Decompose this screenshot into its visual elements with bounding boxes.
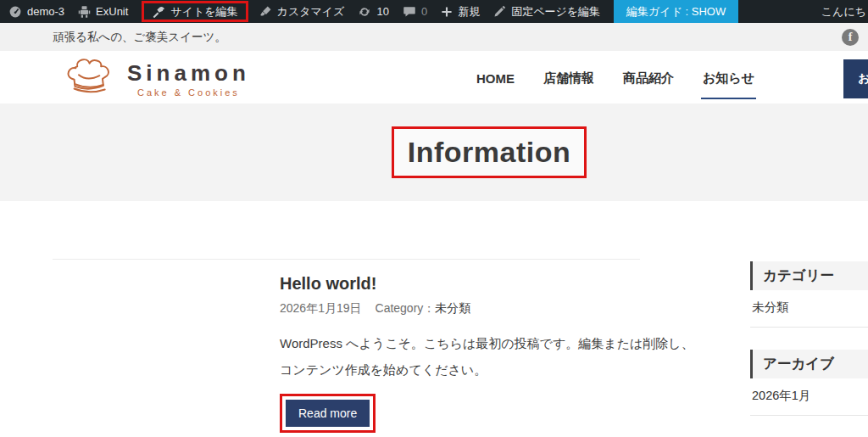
sidebar: カテゴリー 未分類 アーカイブ 2026年1月 xyxy=(750,261,868,437)
post-category-link[interactable]: 未分類 xyxy=(435,301,470,315)
category-label: Category： xyxy=(376,301,436,315)
edit-site-label: サイトを編集 xyxy=(170,4,237,20)
edit-page-label: 固定ページを編集 xyxy=(511,4,600,20)
widget-category-link[interactable]: 未分類 xyxy=(750,290,868,328)
site-header: Sinamon Cake & Cookies HOME 店舗情報 商品紹介 お知… xyxy=(0,51,868,104)
page-title-band: Information xyxy=(0,104,868,201)
post-category-wrap: Category：未分類 xyxy=(376,301,471,317)
brush-icon xyxy=(259,5,272,18)
admin-bar-site-menu[interactable]: demo-3 xyxy=(8,5,64,19)
admin-bar-customize-label-wrap[interactable]: カスタマイズ xyxy=(277,4,345,20)
admin-bar-new[interactable]: 新規 xyxy=(441,4,480,20)
admin-bar-comments[interactable]: 0 xyxy=(403,5,427,18)
site-name-label: demo-3 xyxy=(27,5,64,18)
post-excerpt: WordPress へようこそ。こちらは最初の投稿です。編集または削除し、 コン… xyxy=(280,330,714,383)
wp-admin-bar: demo-3 ExUnit サイトを編集 カスタマイズ xyxy=(0,0,868,23)
excerpt-line-1: WordPress へようこそ。こちらは最初の投稿です。編集または削除し、 xyxy=(280,330,714,356)
admin-bar-customize[interactable] xyxy=(259,5,272,18)
update-icon xyxy=(358,5,371,19)
dashboard-icon xyxy=(8,5,22,19)
nav-item-home[interactable]: HOME xyxy=(475,68,516,98)
admin-bar-edit-page[interactable]: 固定ページを編集 xyxy=(493,4,600,20)
post-list-divider xyxy=(53,259,640,260)
hammer-icon xyxy=(152,5,165,19)
admin-bar-edit-guide-toggle[interactable]: 編集ガイド : SHOW xyxy=(614,0,738,23)
widget-archives-title: アーカイブ xyxy=(750,350,868,378)
page-root: demo-3 ExUnit サイトを編集 カスタマイズ xyxy=(0,0,868,437)
admin-bar-greeting[interactable]: こんにち xyxy=(821,0,866,23)
page-title-band-inner: Information xyxy=(53,104,868,201)
post-date: 2026年1月19日 xyxy=(280,301,362,317)
updates-count: 10 xyxy=(376,5,388,18)
site-tagline: 頑張る私への、ご褒美スイーツ。 xyxy=(53,30,226,45)
admin-bar-edit-site[interactable]: サイトを編集 xyxy=(152,4,237,20)
exunit-label: ExUnit xyxy=(96,5,128,18)
admin-bar-exunit[interactable]: ExUnit xyxy=(78,5,128,19)
main-content: Hello world! 2026年1月19日 Category：未分類 Wor… xyxy=(0,201,868,437)
facebook-icon[interactable]: f xyxy=(842,29,859,46)
excerpt-line-2: コンテンツ作成を始めてください。 xyxy=(280,356,714,383)
widget-categories-title: カテゴリー xyxy=(750,261,868,290)
page-title: Information xyxy=(408,136,570,168)
admin-bar-updates[interactable]: 10 xyxy=(358,5,388,19)
chef-hat-icon xyxy=(49,53,124,104)
exunit-icon xyxy=(78,5,91,19)
logo-text: Sinamon Cake & Cookies xyxy=(127,60,250,98)
widget-categories: カテゴリー 未分類 xyxy=(750,261,868,328)
customize-label: カスタマイズ xyxy=(277,4,345,20)
new-label: 新規 xyxy=(458,4,480,20)
widget-archive-link[interactable]: 2026年1月 xyxy=(750,378,868,416)
logo-subtitle: Cake & Cookies xyxy=(127,87,250,98)
main-nav: HOME 店舗情報 商品紹介 お知らせ xyxy=(475,51,756,104)
plus-icon xyxy=(441,6,453,18)
post-entry: Hello world! 2026年1月19日 Category：未分類 Wor… xyxy=(280,274,714,433)
comment-icon xyxy=(403,5,416,18)
page-title-annotation-box: Information xyxy=(392,126,587,178)
post-title[interactable]: Hello world! xyxy=(280,274,714,294)
comments-count: 0 xyxy=(421,5,427,18)
site-logo[interactable]: Sinamon Cake & Cookies xyxy=(49,53,250,104)
edit-site-annotation-box: サイトを編集 xyxy=(142,1,248,22)
nav-item-store-info[interactable]: 店舗情報 xyxy=(542,67,596,99)
nav-item-products[interactable]: 商品紹介 xyxy=(621,67,676,99)
nav-item-news[interactable]: お知らせ xyxy=(701,67,756,99)
site-notice-bar: 頑張る私への、ご褒美スイーツ。 f xyxy=(0,23,868,51)
logo-title: Sinamon xyxy=(127,60,250,87)
pencil-icon xyxy=(493,5,506,18)
contact-button[interactable]: お問い合わせ xyxy=(843,59,868,98)
widget-archives: アーカイブ 2026年1月 xyxy=(750,350,868,416)
post-meta: 2026年1月19日 Category：未分類 xyxy=(280,301,714,317)
read-more-button[interactable]: Read more xyxy=(286,400,370,427)
read-more-annotation-box: Read more xyxy=(280,394,376,433)
